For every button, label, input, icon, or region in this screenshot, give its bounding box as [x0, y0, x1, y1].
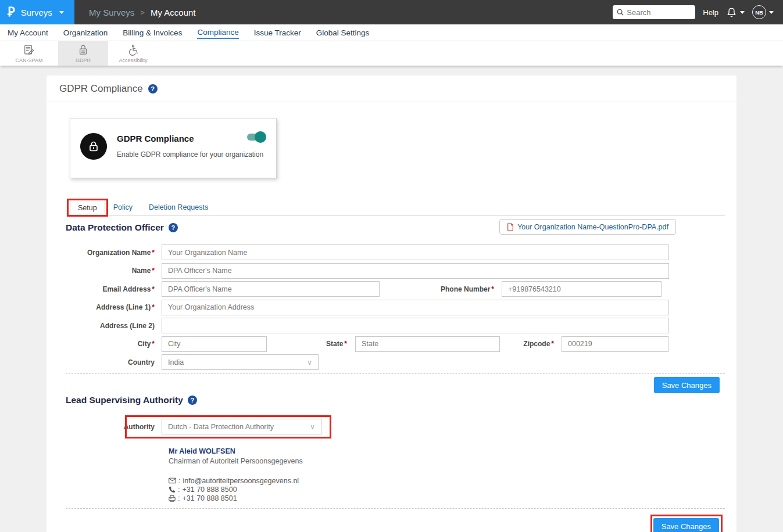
envelope-icon — [169, 477, 176, 484]
contact-email: info@autoriteitpersoonsgegevens.nl — [183, 477, 299, 485]
state-field[interactable] — [355, 336, 500, 352]
breadcrumb: My Surveys > My Account — [89, 8, 196, 17]
chevron-down-icon: ∨ — [310, 423, 315, 431]
compliance-subnav: CAN-SPAM GDPR Accessibility — [0, 41, 783, 66]
field-label: State* — [267, 340, 355, 348]
dpa-pdf-label: Your Organization Name-QuestionPro-DPA.p… — [517, 223, 668, 231]
authority-select[interactable]: Dutch - Data Protection Authority ∨ — [162, 419, 321, 434]
field-label: Address (Line 1)* — [66, 303, 162, 311]
contact-fax-line: : +31 70 888 8501 — [169, 494, 725, 502]
field-label: Organization Name* — [66, 249, 162, 257]
separator: : — [178, 494, 180, 502]
separator: : — [178, 486, 180, 494]
search-icon — [617, 9, 624, 16]
nav-tab-global-settings[interactable]: Global Settings — [316, 27, 370, 38]
organization-name-field[interactable] — [162, 245, 669, 260]
country-select[interactable]: India ∨ — [162, 354, 319, 370]
help-icon[interactable]: ? — [148, 84, 158, 94]
page-title: GDPR Compliance — [59, 83, 143, 95]
pdf-file-icon — [507, 223, 514, 231]
lsa-save-row: Save Changes — [66, 518, 725, 532]
form-row-city-state-zip: City* State* Zipcode* — [66, 336, 725, 352]
help-icon[interactable]: ? — [169, 223, 178, 232]
section-divider — [66, 373, 725, 374]
nav-tab-billing-invoices[interactable]: Billing & Invoices — [123, 27, 182, 38]
avatar: NB — [752, 5, 766, 19]
save-changes-button[interactable]: Save Changes — [654, 377, 720, 393]
subtab-label: Accessibility — [119, 57, 147, 63]
chevron-down-icon: ∨ — [307, 358, 312, 366]
padlock-icon — [78, 44, 88, 56]
field-label: Phone Number* — [380, 285, 502, 293]
address-line1-field[interactable] — [162, 300, 669, 315]
phone-icon — [169, 486, 176, 493]
email-field[interactable] — [162, 281, 380, 297]
help-link[interactable]: Help — [703, 8, 718, 17]
search-input[interactable] — [627, 8, 691, 17]
chevron-down-icon — [59, 11, 64, 14]
phone-field[interactable] — [502, 281, 662, 297]
subtab-accessibility[interactable]: Accessibility — [108, 41, 158, 66]
tab-deletion-requests[interactable]: Deletion Requests — [141, 199, 216, 215]
field-label: Email Address* — [66, 285, 162, 293]
bell-icon — [726, 7, 737, 18]
country-value: India — [168, 358, 184, 366]
authority-contact-card: Mr Aleid WOLFSEN Chairman of Autoriteit … — [169, 447, 725, 502]
breadcrumb-separator: > — [140, 8, 145, 17]
field-label: Address (Line 2) — [66, 322, 162, 330]
search-box[interactable] — [613, 5, 695, 19]
nav-tab-organization[interactable]: Organization — [63, 27, 108, 38]
form-row-address1: Address (Line 1)* — [66, 300, 725, 315]
nav-tab-compliance[interactable]: Compliance — [197, 27, 238, 39]
field-label: Name* — [66, 267, 162, 275]
authority-row: Authority Dutch - Data Protection Author… — [66, 419, 725, 434]
contact-name: Mr Aleid WOLFSEN — [169, 447, 725, 455]
chevron-down-icon — [769, 11, 774, 14]
account-nav: My Account Organization Billing & Invoic… — [0, 24, 783, 41]
document-pencil-icon — [23, 44, 35, 56]
tab-setup[interactable]: Setup — [70, 200, 105, 216]
gdpr-feature-card: GDPR Compliance Enable GDPR compliance f… — [70, 118, 277, 178]
breadcrumb-my-surveys[interactable]: My Surveys — [89, 8, 134, 17]
dpa-pdf-button[interactable]: Your Organization Name-QuestionPro-DPA.p… — [499, 219, 676, 235]
nav-tab-issue-tracker[interactable]: Issue Tracker — [254, 27, 301, 38]
notifications-button[interactable] — [726, 7, 745, 18]
product-name: Surveys — [21, 8, 52, 17]
setup-tabs: Setup Policy Deletion Requests — [66, 199, 725, 216]
feature-card-subtitle: Enable GDPR compliance for your organiza… — [117, 150, 263, 159]
section-divider — [66, 508, 725, 509]
gdpr-toggle-knob — [255, 131, 266, 143]
name-field[interactable] — [162, 263, 669, 279]
subtab-label: GDPR — [76, 57, 91, 63]
feature-card-title: GDPR Compliance — [117, 134, 194, 143]
gdpr-toggle[interactable] — [247, 134, 264, 141]
product-switcher[interactable]: Ꝑ Surveys — [0, 0, 74, 24]
top-bar: Ꝑ Surveys My Surveys > My Account Help N… — [0, 0, 783, 24]
nav-tab-my-account[interactable]: My Account — [8, 27, 48, 38]
topbar-actions: Help NB — [613, 5, 783, 19]
lsa-section: Lead Supervising Authority ? Authority D… — [47, 395, 736, 532]
page-title-row: GDPR Compliance ? — [47, 76, 736, 102]
form-row-address2: Address (Line 2) — [66, 318, 725, 333]
contact-phone-line: : +31 70 888 8500 — [169, 485, 725, 494]
subtab-can-spam[interactable]: CAN-SPAM — [0, 41, 58, 66]
dpo-section: Data Protection Officer ? Your Organizat… — [47, 222, 736, 393]
lock-badge — [80, 133, 107, 160]
address-line2-field[interactable] — [162, 318, 669, 333]
form-row-country: Country India ∨ — [66, 354, 725, 370]
lsa-heading-row: Lead Supervising Authority ? — [66, 395, 725, 405]
help-icon[interactable]: ? — [188, 396, 197, 405]
authority-value: Dutch - Data Protection Authority — [168, 423, 274, 431]
save-changes-button[interactable]: Save Changes — [653, 518, 719, 532]
questionpro-logo: Ꝑ — [8, 5, 15, 19]
city-field[interactable] — [162, 336, 267, 352]
tab-policy[interactable]: Policy — [105, 199, 141, 215]
zipcode-field[interactable] — [562, 336, 668, 352]
chevron-down-icon — [740, 11, 745, 14]
wheelchair-icon — [127, 44, 139, 56]
fax-icon — [169, 495, 176, 502]
subtab-gdpr[interactable]: GDPR — [58, 41, 108, 66]
account-menu[interactable]: NB — [752, 5, 774, 19]
field-label: City* — [66, 340, 162, 348]
tab-setup-label: Setup — [78, 204, 97, 212]
